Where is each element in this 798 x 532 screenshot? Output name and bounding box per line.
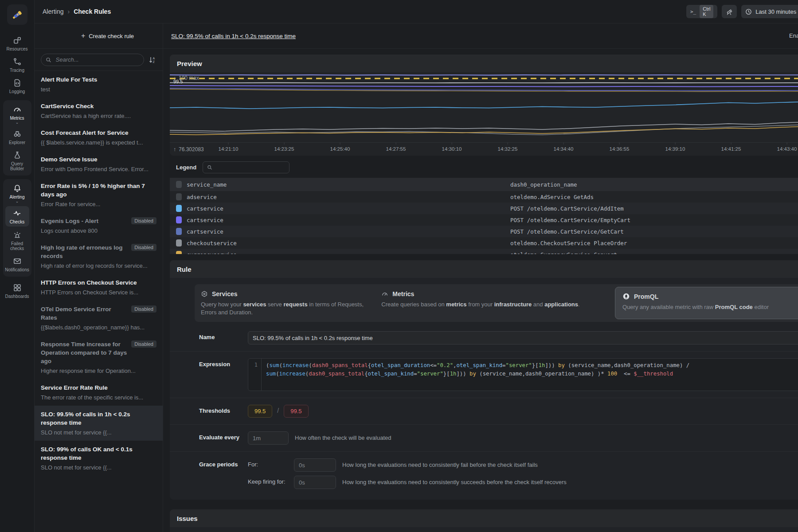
evaluate-every-input[interactable] (248, 431, 289, 445)
sidebar-item-notifications[interactable]: Notifications (3, 254, 31, 275)
legend-row[interactable]: checkoutserviceoteldemo.CheckoutService … (170, 237, 798, 249)
chevron-down-icon: ⌄ (16, 200, 19, 203)
summary-row: Summary (170, 527, 798, 532)
rule-title: OTel Demo Service Error Rates (41, 305, 128, 322)
legend-service-name: cartservice (187, 205, 510, 212)
check-rule-list-item[interactable]: OTel Demo Service Error RatesDisabled{{$… (35, 301, 163, 336)
create-check-rule-button[interactable]: + Create check rule (81, 32, 134, 40)
time-range-picker[interactable]: Last 30 minutes (741, 5, 798, 18)
check-rule-list-item[interactable]: Evgenis Logs - AlertDisabledLogs count a… (35, 212, 163, 239)
expression-row: Expression 1 (sum(increase(dash0_spans_t… (170, 351, 798, 398)
promql-code[interactable]: (sum(increase(dash0_spans_total{otel_spa… (262, 359, 694, 391)
check-rule-list-item[interactable]: Error Rate is 5% / 10 % higher than 7 da… (35, 177, 163, 212)
sidebar-item-dashboards[interactable]: Dashboards (0, 280, 34, 301)
time-range-label: Last 30 minutes (755, 8, 796, 15)
legend-search-box[interactable] (203, 161, 289, 173)
name-label: Name (199, 331, 248, 340)
legend-service-name: adservice (187, 194, 510, 200)
preview-chart[interactable]: ↓ 100 max 99.5 (170, 72, 798, 142)
degraded-threshold-input[interactable]: 99.5 (248, 405, 272, 418)
rule-description: HTTP Errors on Checkout Service is... (41, 289, 156, 296)
sidebar-item-checks[interactable]: Checks (5, 206, 29, 227)
check-rule-list-item[interactable]: CartService CheckCartService has a high … (35, 98, 163, 124)
nav-group-metrics: Metrics ⌄ Explorer Query Builder (3, 100, 31, 176)
rule-description: High rate of error log records for servi… (41, 262, 156, 270)
sidebar-item-alerting[interactable]: Alerting ⌄ (3, 181, 31, 205)
sidebar-item-query-builder[interactable]: Query Builder (3, 148, 31, 174)
legend-table: service_name dash0_operation_name adserv… (170, 178, 798, 254)
series-color-swatch[interactable] (176, 205, 182, 212)
rule-description: SLO not met for service {{... (41, 464, 156, 471)
check-rules-panel: + Create check rule A Z Alert Rule For T… (35, 23, 163, 532)
check-rule-list-item[interactable]: Cost Forecast Alert for Service{{ $label… (35, 124, 163, 151)
sidebar-item-tracing[interactable]: Tracing (0, 54, 34, 75)
services-icon (201, 290, 208, 297)
svg-text:A: A (153, 56, 155, 59)
sidebar-item-metrics[interactable]: Metrics ⌄ (3, 102, 31, 126)
breadcrumb-alerting[interactable]: Alerting (43, 8, 63, 15)
rule-title: SLO: 99% of calls OK and < 0.1s response… (41, 445, 156, 462)
issues-header: Issues (170, 509, 798, 527)
dash0-logo[interactable] (7, 4, 27, 25)
rule-title-link[interactable]: SLO: 99.5% of calls in 1h < 0.2s respons… (171, 33, 296, 39)
check-rule-list-item[interactable]: Response Time Increase for Operation com… (35, 336, 163, 379)
query-type-services[interactable]: Services Query how your services serve r… (201, 289, 381, 317)
chart-lines (170, 72, 798, 142)
rules-search-input[interactable] (55, 56, 139, 63)
mail-icon (13, 257, 22, 266)
sidebar-item-logging[interactable]: Logging (0, 75, 34, 97)
search-row: A Z (35, 49, 163, 71)
prometheus-icon (622, 293, 630, 300)
series-color-swatch[interactable] (176, 251, 182, 254)
rule-title: Cost Forecast Alert for Service (41, 129, 156, 137)
series-color-swatch[interactable] (176, 239, 182, 246)
query-type-promql-selected[interactable]: PromQL Query any available metric with r… (615, 287, 798, 319)
check-rule-list-item[interactable]: HTTP Errors on Checkout ServiceHTTP Erro… (35, 274, 163, 301)
legend-operation-name: POST /oteldemo.CartService/AddItem (510, 205, 624, 212)
query-type-metrics[interactable]: Metrics Create queries based on metrics … (381, 289, 606, 317)
keep-firing-input[interactable] (294, 476, 336, 489)
sidebar-item-explorer[interactable]: Explorer (3, 126, 31, 148)
grace-for-input[interactable] (294, 458, 336, 472)
check-rule-list-item[interactable]: SLO: 99.5% of calls in 1h < 0.2s respons… (35, 406, 163, 441)
promql-code-editor[interactable]: 1 (sum(increase(dash0_spans_total{otel_s… (248, 358, 798, 391)
query-type-options: Services Query how your services serve r… (195, 284, 798, 322)
enabled-toggle-label[interactable]: Enabled (789, 32, 798, 39)
sort-az-icon[interactable]: A Z (149, 56, 156, 64)
check-rule-list-item[interactable]: Service Error Rate RuleThe error rate of… (35, 379, 163, 406)
legend-search-input[interactable] (215, 164, 285, 171)
legend-col-operation-name[interactable]: dash0_operation_name (510, 181, 577, 188)
critical-threshold-input[interactable]: 99.5 (284, 405, 308, 418)
create-row: + Create check rule (35, 23, 163, 49)
check-rule-list-item[interactable]: SLO: 99% of calls OK and < 0.1s response… (35, 441, 163, 476)
breadcrumb-separator-icon: › (67, 8, 70, 15)
rule-description: {{ $labels.service.name}} is expected t.… (41, 139, 156, 146)
name-row: Name (170, 325, 798, 351)
check-rule-list-item[interactable]: High log rate of erroneus log recordsDis… (35, 239, 163, 274)
series-color-swatch[interactable] (176, 228, 182, 235)
check-rule-list-item[interactable]: Demo Service IssueError with Demo Fronte… (35, 151, 163, 177)
sidebar-item-resources[interactable]: Resources (0, 33, 34, 54)
series-color-swatch[interactable] (176, 193, 182, 200)
rule-title: Evgenis Logs - Alert (41, 217, 128, 225)
rule-detail-pane: SLO: 99.5% of calls in 1h < 0.2s respons… (163, 23, 798, 532)
check-rule-list-item[interactable]: Alert Rule For Teststest (35, 71, 163, 98)
rule-title: SLO: 99.5% of calls in 1h < 0.2s respons… (41, 410, 156, 427)
svg-text:Z: Z (153, 60, 155, 63)
rules-search-box[interactable] (41, 54, 144, 66)
telescope-button[interactable] (722, 5, 737, 18)
rule-title: Service Error Rate Rule (41, 383, 156, 392)
legend-row[interactable]: cartservicePOST /oteldemo.CartService/Ad… (170, 203, 798, 214)
legend-row[interactable]: adserviceoteldemo.AdService GetAds (170, 191, 798, 203)
dashboards-icon (13, 283, 22, 292)
command-palette-button[interactable]: >_ Ctrl K (686, 5, 717, 18)
sidebar-item-failed-checks[interactable]: Failed checks (3, 227, 31, 254)
legend-row[interactable]: currencyserviceoteldemo.CurrencyService … (170, 249, 798, 254)
legend-col-service-name[interactable]: service_name (187, 181, 510, 188)
legend-row[interactable]: cartservicePOST /oteldemo.CartService/Em… (170, 214, 798, 226)
metrics-icon (13, 105, 22, 114)
series-color-swatch[interactable] (176, 216, 182, 223)
logging-icon (13, 78, 22, 87)
legend-row[interactable]: cartservicePOST /oteldemo.CartService/Ge… (170, 226, 798, 237)
rule-name-input[interactable] (248, 331, 798, 344)
